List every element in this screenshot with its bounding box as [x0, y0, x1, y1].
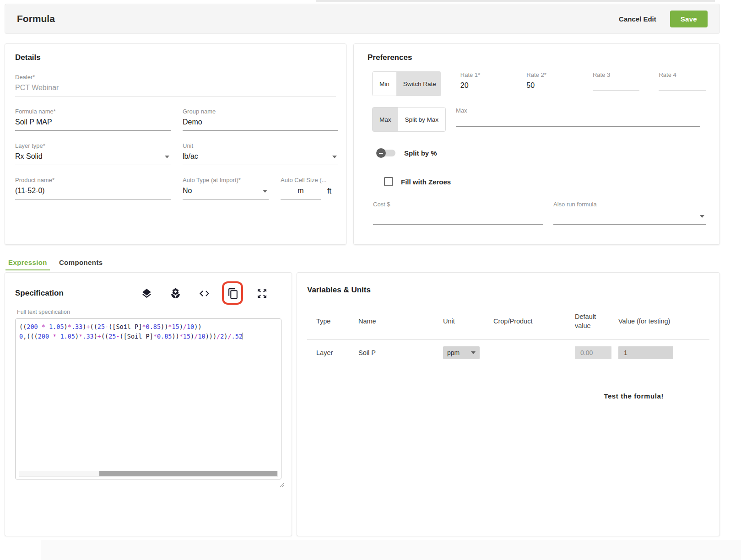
- variables-table-header: Type Name Unit Crop/Product Default valu…: [307, 308, 709, 340]
- product-name-value[interactable]: (11-52-0): [15, 187, 171, 199]
- split-by-max-toggle-button[interactable]: Split by Max: [398, 108, 446, 131]
- header-bar: Formula Cancel Edit Save: [5, 4, 720, 34]
- formula-code-editor[interactable]: ((200 * 1.05)*.33)+((25-([Soil P]*0.85))…: [15, 318, 281, 479]
- rate-4-field[interactable]: Rate 4: [659, 71, 706, 91]
- unit-value[interactable]: lb/ac: [183, 152, 338, 165]
- max-label: Max: [456, 107, 700, 114]
- col-name: Name: [349, 317, 434, 326]
- specification-panel: Specification Full text specification ((…: [5, 272, 292, 536]
- bottom-background-strip: [41, 540, 741, 560]
- tab-expression[interactable]: Expression: [5, 258, 50, 270]
- col-type: Type: [307, 317, 349, 326]
- horizontal-scrollbar-thumb[interactable]: [99, 471, 277, 476]
- auto-type-label: Auto Type (at Import)*: [183, 177, 269, 183]
- save-button[interactable]: Save: [670, 11, 708, 27]
- unit-dropdown[interactable]: ppm: [443, 346, 480, 359]
- min-toggle-button[interactable]: Min: [373, 72, 396, 96]
- max-toggle-button[interactable]: Max: [373, 108, 398, 131]
- fill-with-zeroes-label: Fill with Zeroes: [401, 178, 451, 186]
- variables-units-panel: Variables & Units Type Name Unit Crop/Pr…: [297, 272, 720, 536]
- code-lines: ((200 * 1.05)*.33)+((25-([Soil P]*0.85))…: [19, 322, 280, 341]
- cost-label: Cost $: [373, 201, 543, 208]
- rate-3-label: Rate 3: [593, 71, 640, 78]
- test-value-input[interactable]: 1: [618, 346, 673, 359]
- resize-handle-icon[interactable]: [279, 481, 284, 490]
- auto-cell-size-field: Auto Cell Size (... m ft: [281, 177, 345, 199]
- formula-name-value[interactable]: Soil P MAP: [15, 118, 171, 131]
- split-by-percent-toggle[interactable]: [378, 150, 395, 156]
- cost-value[interactable]: [373, 211, 543, 225]
- fill-with-zeroes-checkbox[interactable]: [384, 177, 393, 186]
- also-run-formula-label: Also run formula: [553, 201, 706, 208]
- product-name-field[interactable]: Product name* (11-52-0): [15, 177, 171, 199]
- col-unit: Unit: [434, 317, 484, 326]
- rate-3-value[interactable]: [593, 81, 640, 91]
- auto-type-select[interactable]: Auto Type (at Import)* No: [183, 177, 269, 199]
- also-run-formula-select[interactable]: Also run formula: [553, 201, 706, 225]
- auto-cell-size-ft-unit[interactable]: ft: [327, 187, 331, 199]
- code-icon[interactable]: [198, 287, 210, 299]
- product-name-label: Product name*: [15, 177, 171, 183]
- col-default-value: Default value: [566, 312, 609, 330]
- preferences-title: Preferences: [368, 53, 706, 62]
- cost-field[interactable]: Cost $: [373, 201, 543, 225]
- layer-type-select[interactable]: Layer type* Rx Solid: [15, 142, 171, 165]
- auto-type-value[interactable]: No: [183, 187, 269, 199]
- switch-rate-toggle-button[interactable]: Switch Rate: [396, 72, 441, 96]
- layer-type-value[interactable]: Rx Solid: [15, 152, 171, 165]
- rate-1-field[interactable]: Rate 1* 20: [460, 71, 508, 94]
- unit-dropdown-value: ppm: [447, 349, 460, 356]
- unit-select[interactable]: Unit lb/ac: [183, 142, 338, 165]
- max-value[interactable]: [456, 117, 700, 127]
- also-run-formula-value[interactable]: [553, 211, 706, 225]
- expand-icon[interactable]: [256, 287, 268, 299]
- row-name: Soil P: [349, 349, 434, 356]
- page-title: Formula: [17, 13, 55, 24]
- copy-icon[interactable]: [227, 287, 239, 299]
- cancel-edit-button[interactable]: Cancel Edit: [619, 15, 656, 23]
- layer-type-label: Layer type*: [15, 142, 171, 149]
- layers-icon[interactable]: [141, 287, 152, 299]
- rate-2-label: Rate 2*: [526, 71, 573, 78]
- full-text-specification-label: Full text specification: [17, 309, 286, 315]
- chevron-down-icon: [332, 156, 337, 158]
- max-field[interactable]: Max: [456, 107, 700, 127]
- variables-units-title: Variables & Units: [307, 285, 709, 295]
- col-crop-product: Crop/Product: [484, 317, 566, 326]
- auto-cell-size-label: Auto Cell Size (...: [281, 177, 345, 183]
- col-test-value: Value (for testing): [609, 317, 709, 326]
- dealer-label: Dealer*: [15, 74, 336, 81]
- details-title: Details: [15, 53, 336, 62]
- expression-components-tabs: Expression Components: [5, 258, 106, 270]
- rate-2-value[interactable]: 50: [526, 81, 573, 94]
- dealer-value: PCT Webinar: [15, 84, 336, 97]
- table-row: Layer Soil P ppm 0.00 1: [307, 340, 709, 366]
- rate-4-value[interactable]: [659, 81, 706, 91]
- default-value-input: 0.00: [575, 346, 611, 359]
- rate-2-field[interactable]: Rate 2* 50: [526, 71, 573, 94]
- chevron-down-icon: [263, 190, 267, 193]
- horizontal-scrollbar: [19, 471, 278, 477]
- row-type: Layer: [307, 349, 349, 356]
- group-name-field[interactable]: Group name Demo: [183, 108, 338, 131]
- split-by-percent-label: Split by %: [404, 149, 437, 157]
- chevron-down-icon: [700, 215, 704, 218]
- toggle-thumb-minus-icon: [376, 148, 386, 158]
- test-formula-button[interactable]: Test the formula!: [307, 392, 709, 400]
- formula-name-field[interactable]: Formula name* Soil P MAP: [15, 108, 171, 131]
- tab-components[interactable]: Components: [56, 258, 106, 270]
- rate-4-label: Rate 4: [659, 71, 706, 78]
- rate-1-value[interactable]: 20: [460, 81, 508, 94]
- chevron-down-icon: [165, 156, 169, 158]
- group-name-label: Group name: [183, 108, 338, 115]
- details-panel: Details Dealer* PCT Webinar Formula name…: [5, 43, 346, 245]
- top-edge-strip: [316, 0, 715, 2]
- auto-cell-size-m-input[interactable]: m: [281, 187, 321, 199]
- rate-1-label: Rate 1*: [460, 71, 508, 78]
- preferences-panel: Preferences Min Switch Rate Rate 1* 20 R…: [353, 43, 720, 245]
- chevron-down-icon: [471, 351, 476, 354]
- plant-icon[interactable]: [169, 287, 181, 299]
- group-name-value[interactable]: Demo: [183, 118, 338, 131]
- rate-3-field[interactable]: Rate 3: [593, 71, 640, 91]
- max-splitbymax-toggle-group: Max Split by Max: [372, 107, 446, 132]
